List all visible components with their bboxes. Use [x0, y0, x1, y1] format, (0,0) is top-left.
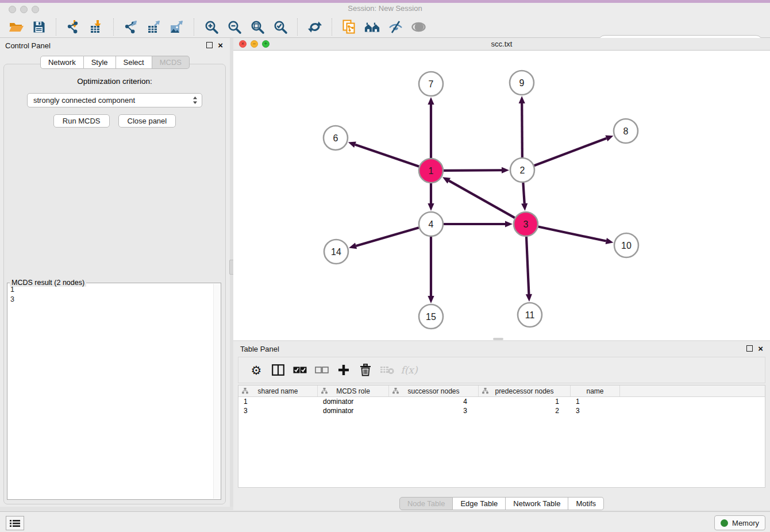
- tab-network[interactable]: Network: [40, 56, 84, 69]
- delete-columns-trash-icon[interactable]: [357, 361, 374, 379]
- float-panel-icon[interactable]: [206, 42, 213, 48]
- table-row[interactable]: 3dominator323: [238, 406, 765, 415]
- refresh-layout-icon[interactable]: [307, 18, 323, 36]
- export-image-icon[interactable]: [169, 18, 185, 36]
- import-network-icon[interactable]: [66, 18, 82, 36]
- node-10[interactable]: 10: [614, 233, 638, 257]
- delete-table-icon: [379, 361, 396, 379]
- edge-2-8[interactable]: [534, 135, 614, 165]
- edge-1-2[interactable]: [444, 167, 509, 174]
- network-window-title: scc.txt: [233, 40, 770, 48]
- column-header-name[interactable]: name: [571, 385, 620, 396]
- dropdown-stepper-icon: [192, 96, 198, 105]
- tab-network-table[interactable]: Network Table: [506, 497, 568, 510]
- edge-3-11[interactable]: [526, 237, 532, 302]
- node-3[interactable]: 3: [514, 212, 538, 236]
- edge-2-9[interactable]: [519, 96, 525, 157]
- table-settings-gear-icon[interactable]: ⚙: [248, 361, 265, 379]
- node-4[interactable]: 4: [419, 212, 443, 236]
- edge-3-1[interactable]: [442, 177, 515, 218]
- svg-text:4: 4: [429, 219, 434, 229]
- node-8[interactable]: 8: [614, 119, 638, 143]
- table-cell[interactable]: 3: [238, 406, 318, 415]
- node-1[interactable]: 1: [419, 159, 443, 183]
- close-panel-icon[interactable]: ×: [218, 42, 223, 48]
- select-all-checkboxes-icon[interactable]: [291, 361, 309, 379]
- table-cell[interactable]: 1: [571, 397, 620, 406]
- column-header-successor-nodes[interactable]: successor nodes: [389, 385, 479, 396]
- zoom-out-icon[interactable]: [226, 18, 242, 36]
- show-all-icon[interactable]: [410, 18, 426, 36]
- edge-4-15[interactable]: [428, 237, 434, 303]
- table-tabs: Node TableEdge TableNetwork TableMotifs: [233, 497, 770, 510]
- clone-network-icon[interactable]: [341, 18, 357, 36]
- zoom-fit-icon[interactable]: [249, 18, 265, 36]
- node-7[interactable]: 7: [419, 72, 443, 96]
- mcds-result-box: MCDS result (2 nodes) 1 3: [7, 283, 221, 500]
- edge-1-7[interactable]: [428, 97, 434, 158]
- network-view-window: × − + scc.txt 7968124314101511: [233, 38, 770, 340]
- edge-1-6[interactable]: [348, 141, 419, 166]
- tab-motifs[interactable]: Motifs: [568, 497, 604, 510]
- edge-2-3[interactable]: [521, 183, 528, 211]
- table-cell[interactable]: dominator: [318, 406, 389, 415]
- mcds-tab-content: Optimization criterion: strongly connect…: [3, 64, 226, 504]
- table-cell[interactable]: 2: [479, 406, 571, 415]
- export-network-icon[interactable]: [123, 18, 139, 36]
- run-mcds-button[interactable]: Run MCDS: [53, 114, 110, 128]
- toolbar-separator: [194, 18, 195, 36]
- node-2[interactable]: 2: [510, 158, 534, 182]
- table-cell[interactable]: 3: [571, 406, 620, 415]
- save-session-icon[interactable]: [31, 18, 47, 36]
- svg-text:14: 14: [331, 247, 341, 257]
- function-builder-icon: f(x): [401, 361, 418, 379]
- criterion-dropdown[interactable]: strongly connected component: [27, 93, 202, 107]
- edge-3-10[interactable]: [538, 227, 614, 244]
- table-cell[interactable]: 1: [238, 397, 318, 406]
- table-cell[interactable]: 1: [479, 397, 571, 406]
- table-row[interactable]: 1dominator411: [238, 397, 765, 406]
- task-history-button[interactable]: [6, 516, 24, 530]
- node-11[interactable]: 11: [518, 303, 542, 327]
- tab-select[interactable]: Select: [116, 56, 152, 69]
- table-panel-title: Table Panel: [240, 345, 279, 353]
- network-canvas[interactable]: 7968124314101511: [233, 51, 770, 340]
- zoom-in-icon[interactable]: [203, 18, 220, 36]
- first-neighbors-icon[interactable]: [364, 18, 380, 36]
- float-table-panel-icon[interactable]: [746, 345, 753, 352]
- horizontal-splitter-handle[interactable]: [493, 338, 503, 340]
- mcds-result-text[interactable]: 1 3: [10, 285, 213, 498]
- node-15[interactable]: 15: [419, 304, 443, 329]
- column-header-shared-name[interactable]: shared name: [238, 385, 318, 396]
- column-header-predecessor-nodes[interactable]: predecessor nodes: [479, 385, 571, 396]
- open-session-icon[interactable]: [8, 18, 24, 36]
- criterion-value: strongly connected component: [33, 96, 135, 105]
- node-6[interactable]: 6: [324, 126, 348, 150]
- edge-1-4[interactable]: [428, 183, 434, 211]
- hide-selected-icon[interactable]: [387, 18, 403, 36]
- close-panel-button[interactable]: Close panel: [118, 114, 176, 128]
- export-table-icon[interactable]: [146, 18, 162, 36]
- close-table-panel-icon[interactable]: ×: [758, 345, 763, 352]
- edge-4-14[interactable]: [349, 228, 419, 249]
- node-table: shared nameMCDS rolesuccessor nodesprede…: [238, 385, 765, 488]
- edge-4-3[interactable]: [444, 221, 513, 227]
- add-column-icon[interactable]: [335, 361, 352, 379]
- table-cell[interactable]: 3: [389, 406, 479, 415]
- tab-style[interactable]: Style: [84, 56, 116, 69]
- deselect-all-checkboxes-icon[interactable]: [313, 361, 330, 379]
- table-cell[interactable]: dominator: [318, 397, 389, 406]
- memory-button[interactable]: Memory: [714, 515, 765, 530]
- column-header-mcds-role[interactable]: MCDS role: [318, 385, 389, 396]
- table-cell[interactable]: 4: [389, 397, 479, 406]
- import-table-icon[interactable]: [88, 18, 105, 36]
- node-9[interactable]: 9: [510, 71, 534, 95]
- node-14[interactable]: 14: [324, 240, 348, 264]
- result-scrollbar[interactable]: [213, 284, 220, 499]
- toggle-column-layout-icon[interactable]: [270, 361, 287, 379]
- tab-mcds[interactable]: MCDS: [152, 56, 190, 69]
- tab-edge-table[interactable]: Edge Table: [453, 497, 506, 510]
- zoom-selected-icon[interactable]: [272, 18, 288, 36]
- tab-node-table[interactable]: Node Table: [399, 497, 453, 510]
- network-graph[interactable]: 7968124314101511: [233, 51, 770, 340]
